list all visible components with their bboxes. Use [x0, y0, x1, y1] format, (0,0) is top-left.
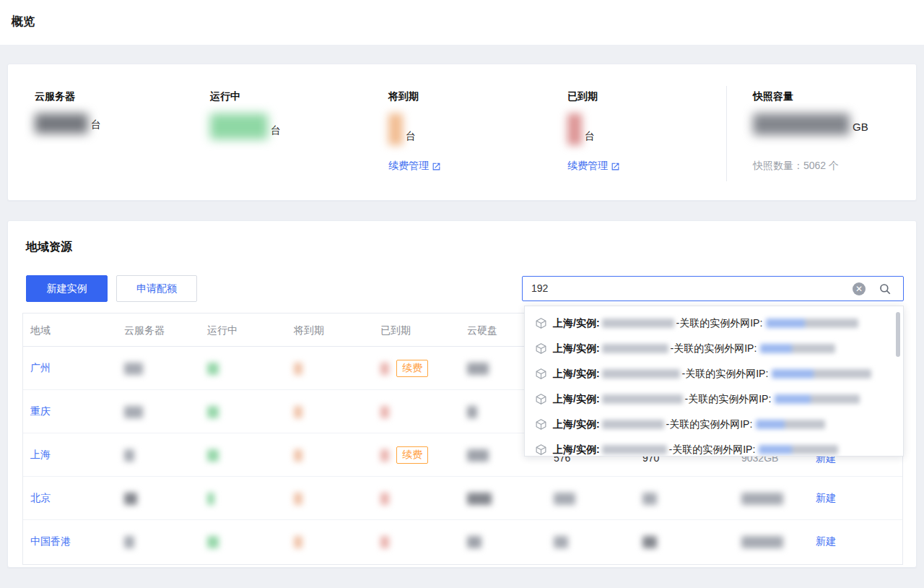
- redacted-value: [388, 113, 403, 145]
- region-link[interactable]: 重庆: [30, 405, 51, 418]
- search-result-item[interactable]: 上海/实例: -关联的实例外网IP:: [525, 311, 903, 336]
- redacted-value: [380, 363, 389, 375]
- redacted-ip: [772, 369, 871, 379]
- search-result-item[interactable]: 上海/实例: -关联的实例外网IP:: [525, 437, 903, 457]
- result-suffix: -关联的实例外网IP:: [666, 418, 753, 431]
- search-result-item[interactable]: 上海/实例: -关联的实例外网IP:: [525, 412, 903, 437]
- region-link[interactable]: 中国香港: [30, 535, 71, 548]
- stat-unit: 台: [585, 130, 595, 145]
- top-bar: 概览: [0, 0, 924, 45]
- redacted-value: [207, 449, 219, 462]
- result-prefix: 上海/实例:: [553, 317, 600, 330]
- stat-unit: 台: [91, 118, 101, 134]
- stat-expiring: 将到期 台 续费管理: [388, 90, 419, 103]
- result-prefix: 上海/实例:: [553, 444, 600, 457]
- renew-badge[interactable]: 续费: [396, 360, 428, 377]
- redacted-value: [467, 493, 492, 505]
- redacted-ip: [766, 319, 858, 328]
- instance-cube-icon: [535, 393, 547, 405]
- create-link[interactable]: 新建: [816, 492, 836, 505]
- result-suffix: -关联的实例外网IP:: [685, 393, 772, 406]
- result-prefix: 上海/实例:: [553, 342, 600, 355]
- table-row-beijing: 北京 新建: [23, 477, 902, 520]
- instance-cube-icon: [535, 418, 547, 431]
- stat-cloud-servers: 云服务器 台: [35, 90, 75, 103]
- redacted-ip: [756, 420, 825, 429]
- redacted-value: [380, 493, 389, 505]
- region-link[interactable]: 北京: [30, 492, 51, 505]
- redacted-value: [567, 113, 582, 145]
- renewal-management-link[interactable]: 续费管理: [567, 160, 620, 173]
- result-suffix: -关联的实例外网IP:: [671, 342, 757, 355]
- renew-badge[interactable]: 续费: [396, 446, 428, 464]
- col-header-cloud-disk: 云硬盘: [467, 314, 497, 347]
- region-link[interactable]: 广州: [30, 362, 51, 375]
- stat-label: 已到期: [567, 90, 598, 103]
- redacted-ip: [775, 394, 860, 404]
- result-prefix: 上海/实例:: [553, 368, 600, 381]
- table-row-hongkong: 中国香港 新建: [23, 520, 902, 565]
- redacted-value: [210, 113, 268, 139]
- result-suffix: -关联的实例外网IP:: [682, 368, 769, 381]
- stat-expired: 已到期 台 续费管理: [567, 90, 598, 103]
- screen: 概览 云服务器 台 运行中 台 将到期: [0, 0, 924, 588]
- redacted-instance-name: [602, 445, 667, 454]
- redacted-value: [741, 536, 783, 548]
- redacted-value: [124, 493, 137, 505]
- col-header-cloud-servers: 云服务器: [124, 314, 165, 347]
- create-link[interactable]: 新建: [816, 535, 836, 548]
- redacted-value: [380, 536, 389, 548]
- search-result-item[interactable]: 上海/实例: -关联的实例外网IP:: [525, 361, 903, 386]
- snapshot-count-value: 5062 个: [803, 160, 839, 171]
- result-prefix: 上海/实例:: [553, 418, 600, 431]
- section-title: 地域资源: [26, 240, 72, 255]
- external-link-icon: [432, 162, 441, 171]
- external-link-icon: [611, 162, 620, 171]
- redacted-value: [467, 536, 481, 548]
- search-value: 192: [531, 282, 548, 294]
- renewal-management-link[interactable]: 续费管理: [388, 160, 441, 173]
- redacted-value: [294, 406, 302, 418]
- redacted-value: [294, 493, 302, 505]
- redacted-value: [124, 536, 134, 548]
- region-link[interactable]: 上海: [30, 449, 51, 462]
- content-area: 云服务器 台 运行中 台 将到期 台: [0, 45, 924, 588]
- clear-search-icon[interactable]: ✕: [853, 282, 866, 295]
- redacted-value: [554, 493, 575, 505]
- redacted-instance-name: [602, 319, 674, 328]
- snapshot-count: 快照数量：5062 个: [753, 160, 839, 173]
- stat-snapshot-capacity: 快照容量 GB 快照数量：5062 个: [753, 90, 793, 103]
- snapshot-count-label: 快照数量：: [753, 160, 803, 171]
- search-input[interactable]: 192 ✕: [522, 276, 904, 301]
- stat-label: 将到期: [388, 90, 419, 103]
- stat-label: 云服务器: [35, 90, 75, 103]
- instance-cube-icon: [535, 342, 547, 355]
- redacted-value: [207, 406, 219, 418]
- redacted-value: [380, 449, 389, 462]
- redacted-value: [642, 536, 657, 548]
- instance-cube-icon: [535, 368, 547, 380]
- stat-unit: 台: [271, 124, 281, 139]
- redacted-value: [467, 363, 489, 375]
- page-title: 概览: [12, 14, 35, 30]
- stat-running: 运行中 台: [210, 90, 240, 103]
- search-result-item[interactable]: 上海/实例: -关联的实例外网IP:: [525, 336, 903, 361]
- redacted-value: [294, 449, 302, 462]
- apply-quota-button[interactable]: 申请配额: [116, 275, 197, 302]
- create-instance-button[interactable]: 新建实例: [26, 275, 108, 302]
- instance-cube-icon: [535, 444, 547, 456]
- redacted-value: [124, 449, 134, 462]
- redacted-value: [124, 406, 143, 418]
- overview-card: 云服务器 台 运行中 台 将到期 台: [7, 64, 917, 201]
- link-label: 续费管理: [567, 160, 608, 173]
- stat-unit: 台: [406, 130, 416, 145]
- stats-divider: [726, 86, 727, 181]
- redacted-value: [207, 363, 219, 375]
- redacted-instance-name: [602, 394, 683, 404]
- search-result-item[interactable]: 上海/实例: -关联的实例外网IP:: [525, 386, 903, 412]
- result-suffix: -关联的实例外网IP:: [676, 317, 763, 330]
- redacted-value: [294, 536, 302, 548]
- redacted-instance-name: [602, 369, 680, 379]
- search-icon[interactable]: [879, 282, 892, 295]
- dropdown-scrollbar[interactable]: [896, 312, 900, 357]
